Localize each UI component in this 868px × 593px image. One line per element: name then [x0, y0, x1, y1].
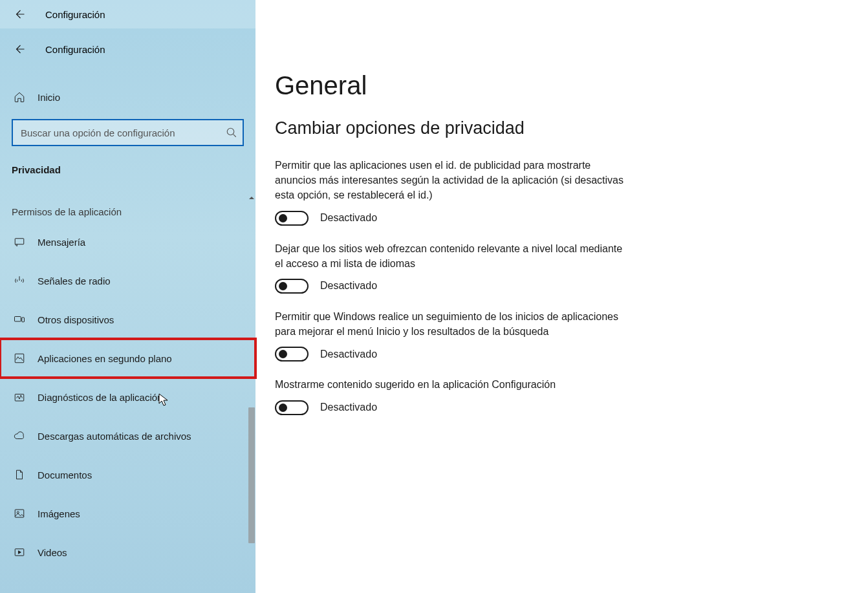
sidebar-item-app-diagnostics[interactable]: Diagnósticos de la aplicación: [0, 378, 255, 416]
option-desc: Permitir que Windows realice un seguimie…: [275, 309, 624, 339]
sidebar-item-label: Aplicaciones en segundo plano: [38, 353, 172, 364]
option-desc: Dejar que los sitios web ofrezcan conten…: [275, 241, 624, 271]
sidebar-item-label: Otros dispositivos: [38, 314, 114, 325]
video-icon: [13, 546, 26, 559]
scroll-thumb[interactable]: [248, 407, 255, 543]
toggle-state-label: Desactivado: [320, 212, 377, 224]
sidebar-item-label: Descargas automáticas de archivos: [38, 431, 191, 442]
back-button-second[interactable]: [13, 43, 26, 56]
nav-home-label: Inicio: [38, 92, 60, 103]
image-icon: [13, 507, 26, 520]
window-title-second: Configuración: [45, 44, 105, 55]
section-privacy: Privacidad: [0, 146, 255, 180]
sidebar-item-label: Imágenes: [38, 508, 80, 519]
option-desc: Mostrarme contenido sugerido en la aplic…: [275, 377, 624, 392]
sidebar-item-label: Mensajería: [38, 237, 85, 248]
scroll-up-icon: [248, 194, 255, 202]
document-icon: [13, 468, 26, 481]
messaging-icon: [13, 235, 26, 248]
toggle-language-list[interactable]: [275, 279, 309, 294]
nav-home[interactable]: Inicio: [0, 81, 255, 113]
search-input[interactable]: [12, 119, 244, 146]
sidebar-items: Mensajería Señales de radio Otros dispos…: [0, 222, 255, 572]
privacy-option: Dejar que los sitios web ofrezcan conten…: [275, 241, 624, 294]
background-apps-icon: [13, 352, 26, 365]
cloud-icon: [13, 429, 26, 442]
svg-rect-6: [15, 510, 24, 517]
sidebar: Configuración Configuración Inicio Priva…: [0, 0, 255, 593]
toggle-state-label: Desactivado: [320, 280, 377, 292]
sidebar-item-auto-downloads[interactable]: Descargas automáticas de archivos: [0, 416, 255, 455]
svg-rect-1: [15, 239, 24, 244]
window-title-top: Configuración: [45, 9, 105, 20]
subsection-permissions: Permisos de la aplicación: [0, 180, 255, 222]
svg-rect-3: [22, 318, 25, 322]
privacy-option: Mostrarme contenido sugerido en la aplic…: [275, 377, 624, 415]
page-subtitle: Cambiar opciones de privacidad: [275, 118, 816, 138]
page-title: General: [275, 71, 816, 100]
sidebar-item-documents[interactable]: Documentos: [0, 455, 255, 494]
window-header-second: Configuración: [0, 35, 255, 63]
sidebar-item-images[interactable]: Imágenes: [0, 494, 255, 533]
option-desc: Permitir que las aplicaciones usen el id…: [275, 158, 624, 203]
svg-point-0: [227, 128, 234, 135]
arrow-left-icon: [14, 43, 25, 55]
sidebar-scrollbar[interactable]: [248, 194, 255, 582]
toggle-state-label: Desactivado: [320, 349, 377, 360]
search-wrap: [12, 119, 244, 146]
search-icon: [226, 127, 237, 138]
sidebar-item-messaging[interactable]: Mensajería: [0, 222, 255, 261]
sidebar-item-label: Señales de radio: [38, 275, 111, 286]
sidebar-item-radio[interactable]: Señales de radio: [0, 261, 255, 300]
sidebar-item-background-apps[interactable]: Aplicaciones en segundo plano: [0, 339, 255, 378]
devices-icon: [13, 313, 26, 326]
radio-icon: [13, 274, 26, 287]
sidebar-item-label: Documentos: [38, 469, 92, 480]
toggle-state-label: Desactivado: [320, 402, 377, 413]
sidebar-item-label: Videos: [38, 547, 67, 558]
svg-rect-5: [15, 394, 24, 402]
diagnostics-icon: [13, 391, 26, 404]
sidebar-item-other-devices[interactable]: Otros dispositivos: [0, 300, 255, 339]
window-header-top: Configuración: [0, 0, 255, 28]
privacy-option: Permitir que las aplicaciones usen el id…: [275, 158, 624, 226]
svg-rect-2: [15, 317, 21, 322]
sidebar-item-videos[interactable]: Videos: [0, 533, 255, 572]
back-button-top[interactable]: [13, 8, 26, 21]
toggle-app-launch-tracking[interactable]: [275, 347, 309, 361]
toggle-suggested-content[interactable]: [275, 400, 309, 415]
toggle-advertising-id[interactable]: [275, 211, 309, 226]
main-content: General Cambiar opciones de privacidad P…: [255, 0, 868, 593]
home-icon: [13, 91, 26, 103]
privacy-option: Permitir que Windows realice un seguimie…: [275, 309, 624, 361]
sidebar-item-label: Diagnósticos de la aplicación: [38, 392, 162, 403]
arrow-left-icon: [14, 8, 25, 20]
